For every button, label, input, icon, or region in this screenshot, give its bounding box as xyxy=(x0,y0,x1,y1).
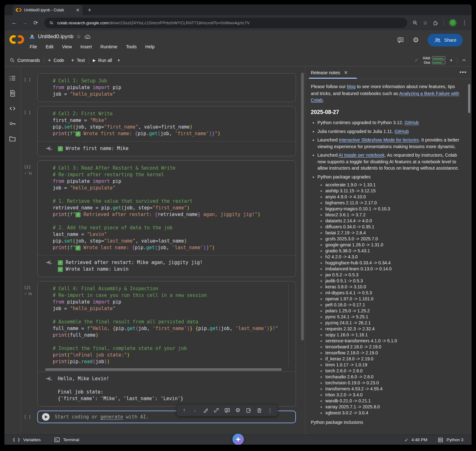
run-all-button[interactable]: ▶Run all▼ xyxy=(93,58,121,63)
code-editor[interactable]: # Cell 3: Read After Restart & Second Wr… xyxy=(38,161,296,255)
release-notes-intro: Please follow our blog to see more infor… xyxy=(311,83,462,104)
run-cell-button[interactable] xyxy=(42,413,50,421)
panel-scrollbar[interactable] xyxy=(468,84,470,113)
code-line: pip.set(job, step="first_name", value=fi… xyxy=(53,124,289,130)
cloud-saved-icon[interactable] xyxy=(84,34,91,39)
release-note-link[interactable]: GitHub xyxy=(405,120,419,125)
code-editor[interactable]: # Cell 4: Final Assembly & Inspection# R… xyxy=(38,281,296,371)
share-button[interactable]: Share xyxy=(428,34,463,46)
star-notebook-icon[interactable]: ☆ xyxy=(76,33,81,40)
code-line: # Re-import after restarting the kernel xyxy=(53,171,289,178)
menu-insert[interactable]: Insert xyxy=(81,44,92,49)
menu-tools[interactable]: Tools xyxy=(126,44,137,49)
notebook-scrollbar[interactable] xyxy=(301,73,304,340)
reload-icon[interactable]: ⟳ xyxy=(30,20,41,26)
profile-avatar[interactable] xyxy=(449,19,457,27)
browser-tab[interactable]: Untitled0.ipynb - Colab ✕ xyxy=(13,5,83,15)
copy-link-icon[interactable] xyxy=(212,406,221,415)
execution-count[interactable]: [ ] xyxy=(24,78,37,82)
panel-close-icon[interactable]: ✕ xyxy=(344,70,348,75)
menu-help[interactable]: Help xyxy=(145,44,155,49)
release-note-link[interactable]: blog xyxy=(347,84,355,89)
code-token: ( xyxy=(158,131,160,136)
panel-more-icon[interactable]: ••• xyxy=(460,69,467,76)
code-cell-box[interactable]: # Cell 4: Final Assembly & Inspection# R… xyxy=(37,281,296,406)
move-cell-down-icon[interactable]: ↓ xyxy=(190,406,200,415)
bookmark-star-icon[interactable]: ☆ xyxy=(423,20,428,26)
menu-edit[interactable]: Edit xyxy=(45,44,53,49)
editor-hscrollbar[interactable] xyxy=(45,368,282,371)
tab-close-icon[interactable]: ✕ xyxy=(76,8,80,13)
menu-view[interactable]: View xyxy=(62,44,72,49)
back-icon[interactable]: ← xyxy=(9,20,20,26)
code-token: set xyxy=(64,124,73,130)
mirror-cell-icon[interactable] xyxy=(244,406,253,415)
execution-count[interactable]: [1] xyxy=(24,165,37,169)
command-bar: Commands +Code +Text ▶Run all▼ ✓ RAM Dis… xyxy=(4,54,472,66)
collapse-toolbar-icon[interactable] xyxy=(461,58,467,63)
extensions-icon[interactable] xyxy=(433,20,438,26)
url-bar[interactable]: colab.research.google.com/drive/1SoztZ4Y… xyxy=(44,18,407,28)
generate-link[interactable]: generate xyxy=(100,414,123,420)
new-tab-button[interactable]: + xyxy=(88,7,91,13)
code-line: print(f"✓ Retrieved after restart: {retr… xyxy=(53,211,289,218)
zoom-icon[interactable] xyxy=(412,20,418,26)
delete-cell-icon[interactable] xyxy=(255,406,264,415)
execution-count[interactable]: [ ] xyxy=(24,415,37,419)
code-editor[interactable]: # Cell 1: Setup Jobfrom pipulate import … xyxy=(38,74,296,102)
menubar: File Edit View Insert Runtime Tools Help xyxy=(30,44,155,49)
code-cell-box[interactable]: # Cell 2: First Writefirst_name = "Mike"… xyxy=(37,106,296,156)
code-editor[interactable]: # Cell 2: First Writefirst_name = "Mike"… xyxy=(38,106,296,141)
forward-icon[interactable]: → xyxy=(20,20,30,26)
gemini-spark-button[interactable] xyxy=(232,434,244,445)
files-folder-icon[interactable] xyxy=(9,135,16,142)
release-notes-tab[interactable]: Release notes xyxy=(311,70,340,75)
execution-count[interactable]: [2] xyxy=(24,286,37,290)
resources-dropdown-icon[interactable]: ▼ xyxy=(449,58,453,62)
site-info-icon[interactable] xyxy=(49,20,54,26)
notebook-title[interactable]: Untitled0.ipynb xyxy=(38,33,73,40)
find-replace-icon[interactable] xyxy=(9,90,16,97)
commands-button[interactable]: Commands xyxy=(9,57,40,63)
browser-menu-icon[interactable]: ⋮ xyxy=(462,20,467,26)
add-code-button[interactable]: +Code xyxy=(48,57,64,63)
code-token: job, step= xyxy=(124,205,153,211)
table-of-contents-icon[interactable] xyxy=(9,75,16,82)
terminal-button[interactable]: Terminal xyxy=(54,437,79,442)
kernel-selector[interactable]: Python 3 xyxy=(437,437,463,443)
release-note-link[interactable]: AI toggle per notebook xyxy=(339,153,385,158)
add-text-button[interactable]: +Text xyxy=(71,57,85,63)
code-line: pip.set(job, step="last_name", value=las… xyxy=(53,238,289,244)
ai-placeholder[interactable]: Start coding or generate with AI. xyxy=(55,414,149,420)
cell-output: ✓ Wrote first name: Mike xyxy=(38,141,296,156)
execution-count[interactable]: [ ] xyxy=(24,111,37,115)
secrets-key-icon[interactable] xyxy=(9,120,16,127)
ram-bar xyxy=(432,56,445,60)
more-cell-actions-icon[interactable]: ⋮ xyxy=(265,406,275,415)
menu-runtime[interactable]: Runtime xyxy=(100,44,117,49)
output-options-icon[interactable] xyxy=(45,376,52,402)
colab-logo[interactable] xyxy=(9,34,24,45)
move-cell-up-icon[interactable]: ↑ xyxy=(179,406,189,415)
cell-gutter: [ ] xyxy=(21,73,37,102)
variables-button[interactable]: { } Variables xyxy=(13,437,41,442)
code-cell-box[interactable]: # Cell 1: Setup Jobfrom pipulate import … xyxy=(37,73,296,102)
code-cell-box[interactable]: # Cell 3: Read After Restart & Second Wr… xyxy=(37,160,296,277)
code-token: ( xyxy=(67,131,70,136)
resource-monitor[interactable]: RAM Disk xyxy=(423,56,445,64)
output-text: ✓ Wrote first name: Mike xyxy=(58,145,129,152)
output-options-icon[interactable] xyxy=(45,145,52,152)
package-upgrade-item: sentence-transformers 4.1.0 -> 5.1.0 xyxy=(325,338,462,344)
runtime-icon xyxy=(437,437,443,443)
comments-icon[interactable] xyxy=(397,37,404,44)
settings-gear-icon[interactable]: ⚙ xyxy=(413,36,419,44)
cell-settings-gear-icon[interactable]: ⚙ xyxy=(233,406,243,415)
edit-with-ai-icon[interactable] xyxy=(201,406,210,415)
release-note-link[interactable]: GitHub xyxy=(395,129,409,134)
output-options-icon[interactable] xyxy=(45,259,52,273)
code-snippets-icon[interactable] xyxy=(9,105,16,112)
menu-file[interactable]: File xyxy=(30,44,37,49)
add-comment-icon[interactable] xyxy=(222,406,232,415)
release-note-link[interactable]: Interactive Slideshow Mode for lectures xyxy=(339,137,419,142)
release-note-link[interactable]: Analyzing a Bank Failure with Colab xyxy=(311,91,459,103)
